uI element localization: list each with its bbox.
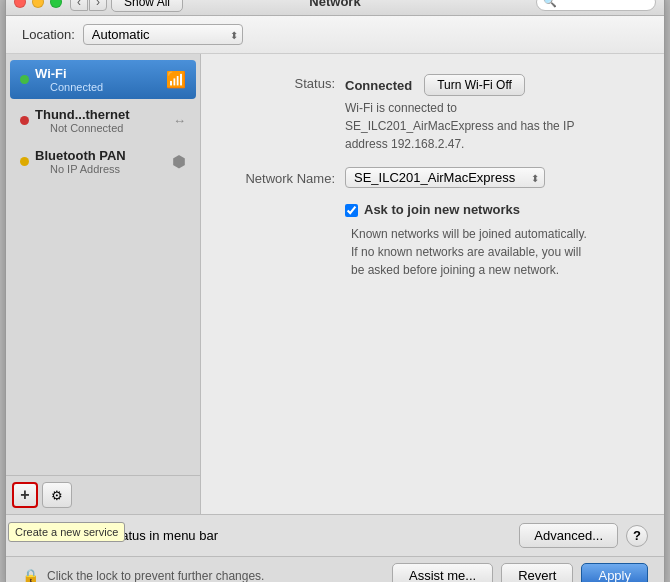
ethernet-icon: ↔: [173, 113, 186, 128]
revert-button[interactable]: Revert: [501, 563, 573, 582]
titlebar: ‹ › Show All Network 🔍: [6, 0, 664, 16]
bottom-right: Advanced... ?: [519, 523, 648, 548]
add-service-button[interactable]: +: [12, 482, 38, 508]
close-button[interactable]: [14, 0, 26, 8]
nav-buttons: ‹ ›: [70, 0, 107, 11]
checkbox-description: Known networks will be joined automatica…: [351, 225, 640, 279]
sidebar-item-wifi[interactable]: Wi-Fi Connected 📶: [10, 60, 196, 99]
bluetooth-icon: ⬢: [172, 152, 186, 171]
status-value: Connected: [345, 78, 412, 93]
main-panel: Status: Connected Turn Wi-Fi Off Wi-Fi i…: [201, 54, 664, 514]
location-toolbar: Location: Automatic: [6, 16, 664, 54]
apply-button[interactable]: Apply: [581, 563, 648, 582]
advanced-button[interactable]: Advanced...: [519, 523, 618, 548]
network-name-select[interactable]: SE_ILC201_AirMacExpress: [345, 167, 545, 188]
network-status-wifi: Connected: [50, 81, 103, 93]
location-label: Location:: [22, 27, 75, 42]
network-name-row: Network Name: SE_ILC201_AirMacExpress: [225, 167, 640, 188]
show-all-button[interactable]: Show All: [111, 0, 183, 12]
sidebar-item-bluetooth[interactable]: Bluetooth PAN No IP Address ⬢: [10, 142, 196, 181]
content-area: Wi-Fi Connected 📶 Thund...thernet: [6, 54, 664, 514]
sidebar-bottom: + ⚙ Create a new service: [6, 475, 200, 514]
search-box: 🔍: [536, 0, 656, 11]
back-button[interactable]: ‹: [70, 0, 88, 11]
network-window: ‹ › Show All Network 🔍 Location: Automat…: [5, 0, 665, 582]
search-icon: 🔍: [543, 0, 557, 8]
minimize-button[interactable]: [32, 0, 44, 8]
ask-join-row: Ask to join new networks: [345, 202, 640, 217]
lock-icon[interactable]: 🔒: [22, 568, 39, 583]
sidebar-item-thunderbolt[interactable]: Thund...thernet Not Connected ↔: [10, 101, 196, 140]
ask-join-label: Ask to join new networks: [364, 202, 520, 217]
ask-join-checkbox[interactable]: [345, 204, 358, 217]
maximize-button[interactable]: [50, 0, 62, 8]
network-name-thunderbolt: Thund...thernet: [35, 107, 130, 122]
tooltip-create-service: Create a new service: [8, 522, 125, 542]
status-row: Status: Connected Turn Wi-Fi Off Wi-Fi i…: [225, 74, 640, 153]
traffic-lights: [14, 0, 62, 8]
lock-bar: 🔒 Click the lock to prevent further chan…: [6, 556, 664, 582]
status-dot-wifi: [20, 75, 29, 84]
turn-wifi-off-button[interactable]: Turn Wi-Fi Off: [424, 74, 525, 96]
gear-button[interactable]: ⚙: [42, 482, 72, 508]
network-name-bluetooth: Bluetooth PAN: [35, 148, 126, 163]
wifi-icon: 📶: [166, 70, 186, 89]
status-dot-thunderbolt: [20, 116, 29, 125]
network-select-wrapper: SE_ILC201_AirMacExpress: [345, 167, 545, 188]
status-label: Status:: [225, 74, 335, 91]
network-list: Wi-Fi Connected 📶 Thund...thernet: [6, 54, 200, 475]
window-title: Network: [309, 0, 360, 9]
network-status-bluetooth: No IP Address: [50, 163, 126, 175]
lock-text: Click the lock to prevent further change…: [47, 569, 264, 583]
help-button[interactable]: ?: [626, 525, 648, 547]
forward-button[interactable]: ›: [89, 0, 107, 11]
search-input[interactable]: [560, 0, 650, 9]
assist-me-button[interactable]: Assist me...: [392, 563, 493, 582]
action-buttons: Assist me... Revert Apply: [392, 563, 648, 582]
network-name-label: Network Name:: [225, 169, 335, 186]
sidebar: Wi-Fi Connected 📶 Thund...thernet: [6, 54, 201, 514]
status-description: Wi-Fi is connected toSE_ILC201_AirMacExp…: [345, 99, 574, 153]
network-name-wifi: Wi-Fi: [35, 66, 103, 81]
location-select-wrapper: Automatic: [83, 24, 243, 45]
network-status-thunderbolt: Not Connected: [50, 122, 130, 134]
status-dot-bluetooth: [20, 157, 29, 166]
location-select[interactable]: Automatic: [83, 24, 243, 45]
